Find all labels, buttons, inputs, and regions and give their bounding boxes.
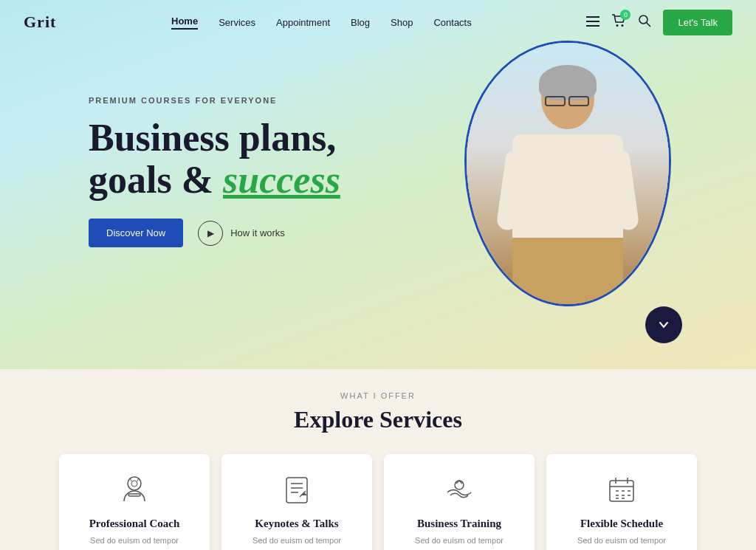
menu-icon[interactable] (586, 15, 599, 30)
service-card-business-training[interactable]: Business Training Sed do euism od tempor (384, 454, 535, 550)
cart-icon[interactable]: 0 (611, 14, 626, 31)
nav-shop[interactable]: Shop (391, 17, 413, 28)
hero-oval (464, 41, 671, 306)
nav-blog[interactable]: Blog (351, 17, 370, 28)
business-training-desc: Sed do euism od tempor (396, 534, 523, 547)
service-card-flexible-schedule[interactable]: Flexible Schedule Sed do euism od tempor (546, 454, 697, 550)
svg-rect-10 (286, 478, 307, 503)
professional-coach-name: Professional Coach (71, 518, 198, 530)
hero-image (453, 41, 682, 336)
scroll-down-button[interactable] (645, 306, 682, 343)
svg-rect-0 (586, 16, 599, 18)
services-section: WHAT I OFFER Explore Services Profession… (0, 369, 756, 550)
search-icon[interactable] (638, 14, 651, 31)
services-title: Explore Services (294, 406, 462, 433)
discover-now-button[interactable]: Discover Now (89, 219, 183, 247)
svg-point-7 (128, 477, 141, 490)
keynotes-talks-name: Keynotes & Talks (233, 518, 360, 530)
svg-point-4 (622, 24, 624, 27)
professional-coach-icon (117, 472, 152, 507)
flexible-schedule-name: Flexible Schedule (558, 518, 685, 530)
hero-title: Business plans, goals & success (89, 117, 340, 201)
svg-rect-1 (586, 21, 599, 22)
svg-point-14 (455, 481, 464, 489)
svg-point-8 (131, 481, 137, 487)
services-subtitle: WHAT I OFFER (340, 391, 416, 400)
hero-subtitle: PREMIUM COURSES FOR EVERYONE (89, 96, 340, 105)
flexible-schedule-icon (604, 472, 639, 507)
hero-success-word: success (223, 159, 340, 201)
svg-line-6 (647, 22, 651, 27)
services-cards: Professional Coach Sed do euism od tempo… (0, 454, 756, 550)
keynotes-talks-icon (279, 472, 315, 507)
hero-buttons: Discover Now ▶ How it works (89, 219, 340, 247)
hero-content: PREMIUM COURSES FOR EVERYONE Business pl… (89, 96, 340, 247)
play-icon: ▶ (198, 221, 223, 246)
business-training-name: Business Training (396, 518, 523, 530)
flexible-schedule-desc: Sed do euism od tempor (558, 534, 685, 547)
business-training-icon (441, 472, 477, 507)
service-card-keynotes-talks[interactable]: Keynotes & Talks Sed do euism od tempor (221, 454, 372, 550)
how-it-works-label: How it works (230, 227, 285, 238)
lets-talk-button[interactable]: Let's Talk (663, 10, 732, 35)
nav-contacts[interactable]: Contacts (433, 17, 471, 28)
professional-coach-desc: Sed do euism od tempor (71, 534, 198, 547)
svg-point-3 (616, 24, 619, 27)
svg-rect-9 (128, 494, 140, 496)
svg-point-5 (639, 16, 647, 24)
hero-person-image (467, 43, 669, 304)
nav-appointment[interactable]: Appointment (276, 17, 330, 28)
svg-rect-2 (586, 25, 599, 27)
nav-services[interactable]: Services (219, 17, 255, 28)
header: Grit Home Services Appointment Blog Shop… (0, 0, 756, 44)
keynotes-talks-desc: Sed do euism od tempor (233, 534, 360, 547)
cart-badge: 0 (620, 10, 630, 20)
navigation: Home Services Appointment Blog Shop Cont… (171, 16, 472, 30)
logo[interactable]: Grit (24, 13, 56, 32)
service-card-professional-coach[interactable]: Professional Coach Sed do euism od tempo… (59, 454, 210, 550)
how-it-works-button[interactable]: ▶ How it works (198, 221, 285, 246)
nav-home[interactable]: Home (171, 16, 198, 30)
header-actions: 0 Let's Talk (586, 10, 732, 35)
